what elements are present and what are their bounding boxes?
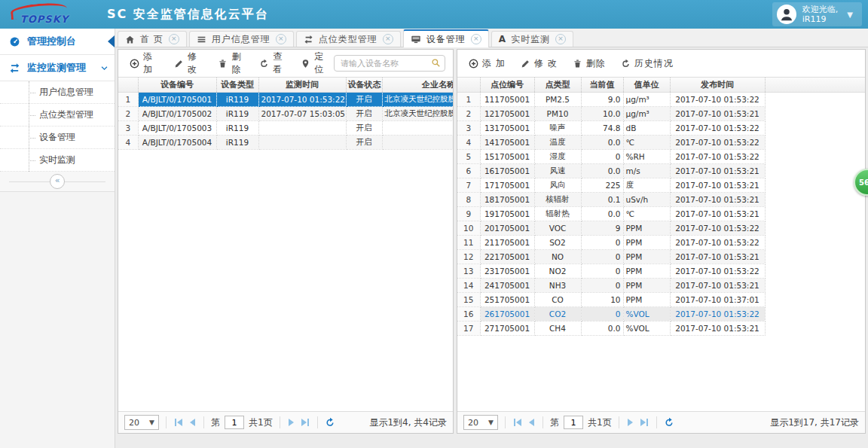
tab-device-mgmt[interactable]: 设备管理× xyxy=(403,29,489,47)
table-row[interactable]: 3A/BJLT/0/1705003iR119开启 xyxy=(118,121,453,136)
sidebar-collapse[interactable]: « xyxy=(0,172,115,192)
page-size-select[interactable]: 20▼ xyxy=(124,415,159,430)
table-row[interactable]: 12221705001NO0PPM2017-07-10 01:53:21 xyxy=(457,250,765,264)
search-icon[interactable] xyxy=(431,58,441,68)
table-row[interactable]: 2A/BJLT/0/1705002iR1192017-07-07 15:03:0… xyxy=(118,107,453,121)
next-page-button[interactable] xyxy=(626,417,634,428)
sidebar-item-point-type[interactable]: 点位类型管理 xyxy=(0,104,115,126)
column-header[interactable]: 设备状态 xyxy=(346,78,382,93)
page-number-input[interactable] xyxy=(225,416,244,429)
column-header[interactable]: 企业名称 xyxy=(382,78,453,93)
prev-page-button[interactable] xyxy=(527,417,536,428)
table-row[interactable]: 4A/BJLT/0/1705004iR119开启 xyxy=(118,136,453,150)
table-cell: PM2.5 xyxy=(534,93,581,107)
edit-button[interactable]: 修 改 xyxy=(514,54,564,73)
column-header[interactable]: 设备编号 xyxy=(138,78,216,93)
table-row[interactable]: 1A/BJLT/0/1705001iR1192017-07-10 01:53:2… xyxy=(118,93,453,107)
table-cell: 0 xyxy=(581,250,623,264)
column-header[interactable]: 当前值 xyxy=(581,78,623,93)
table-row[interactable]: 16261705001CO20%VOL2017-07-10 01:53:22 xyxy=(457,307,765,322)
tab-point-type-mgmt[interactable]: 点位类型管理× xyxy=(296,31,401,47)
device-search xyxy=(334,55,445,72)
table-row[interactable]: 17271705001CH40.0%VOL2017-07-10 01:53:21 xyxy=(457,322,765,336)
first-page-button[interactable] xyxy=(173,417,184,428)
sidebar-item-user-info[interactable]: 用户信息管理 xyxy=(0,81,115,104)
first-page-button[interactable] xyxy=(512,417,523,428)
table-cell: 辐射热 xyxy=(534,207,581,221)
prev-page-button[interactable] xyxy=(188,417,197,428)
table-cell: NH3 xyxy=(534,279,581,293)
table-cell: 风向 xyxy=(534,178,581,193)
sidebar-item-realtime[interactable]: 实时监测 xyxy=(0,149,115,172)
history-button[interactable]: 历史情况 xyxy=(614,54,680,73)
table-cell: uSv/h xyxy=(623,193,670,207)
table-row[interactable]: 15251705001CO10PPM2017-07-10 01:37:01 xyxy=(457,293,765,307)
last-page-button[interactable] xyxy=(300,417,310,428)
table-row[interactable]: 7171705001风向225度2017-07-10 01:53:21 xyxy=(457,178,765,193)
button-label: 添 加 xyxy=(143,50,159,76)
column-header[interactable]: 发布时间 xyxy=(670,78,765,93)
button-label: 查看 xyxy=(273,50,286,76)
delete-button[interactable]: 删除 xyxy=(211,49,251,79)
table-row[interactable]: 6161705001风速0.0m/s2017-07-10 01:53:21 xyxy=(457,164,765,178)
badge-value: 56 xyxy=(859,178,868,187)
table-row[interactable]: 14241705001NH30PPM2017-07-10 01:53:21 xyxy=(457,279,765,293)
tab-user-info-mgmt[interactable]: 用户信息管理× xyxy=(189,31,294,47)
column-header[interactable]: 设备类型 xyxy=(216,78,258,93)
table-row[interactable]: 1111705001PM2.59.0μg/m³2017-07-10 01:53:… xyxy=(457,93,765,107)
delete-button[interactable]: 删除 xyxy=(566,54,613,73)
tab-close-icon[interactable]: × xyxy=(169,34,179,44)
table-cell: 0.0 xyxy=(581,136,623,150)
table-header-row: 点位编号点类型当前值值单位发布时间 xyxy=(457,78,765,93)
table-row[interactable]: 11211705001SO20PPM2017-07-10 01:53:22 xyxy=(457,236,765,250)
tab-home[interactable]: 首 页× xyxy=(118,31,187,47)
table-cell: A/BJLT/0/1705003 xyxy=(138,121,216,136)
table-cell: 0.0 xyxy=(581,322,623,336)
table-cell: 2017-07-10 01:53:22 xyxy=(670,150,765,164)
tab-close-icon[interactable]: × xyxy=(471,34,481,44)
user-menu[interactable]: 欢迎光临,iR119 ▼ xyxy=(772,2,862,26)
table-cell: 241705001 xyxy=(480,279,534,293)
refresh-icon[interactable] xyxy=(664,417,674,428)
tab-realtime-monitor[interactable]: A实时监测× xyxy=(491,31,573,47)
tab-close-icon[interactable]: × xyxy=(555,34,566,44)
next-page-button[interactable] xyxy=(287,417,295,428)
tab-close-icon[interactable]: × xyxy=(276,34,286,44)
topsky-logo: TOPSKY xyxy=(0,0,89,29)
add-button[interactable]: 添 加 xyxy=(462,54,512,73)
table-row[interactable]: 2121705001PM1010.0μg/m³2017-07-10 01:53:… xyxy=(457,107,765,121)
sidebar-item-device[interactable]: 设备管理 xyxy=(0,126,115,149)
tab-close-icon[interactable]: × xyxy=(383,34,393,44)
view-button[interactable]: 查看 xyxy=(252,49,292,79)
column-header[interactable]: 监测时间 xyxy=(258,78,346,93)
column-header[interactable]: 点位编号 xyxy=(480,78,534,93)
font-a-icon: A xyxy=(499,34,506,44)
caret-down-icon: ▼ xyxy=(149,419,154,426)
table-row[interactable]: 10201705001VOC9PPM2017-07-10 01:53:22 xyxy=(457,221,765,236)
locate-button[interactable]: 定位 xyxy=(294,49,334,79)
last-page-button[interactable] xyxy=(639,417,649,428)
table-row[interactable]: 9191705001辐射热0.0℃2017-07-10 01:53:21 xyxy=(457,207,765,221)
page-size-select[interactable]: 20▼ xyxy=(463,415,498,430)
column-header[interactable]: 值单位 xyxy=(623,78,670,93)
table-row[interactable]: 4141705001温度0.0℃2017-07-10 01:53:22 xyxy=(457,136,765,150)
sidebar-item-monitor-group[interactable]: 监控监测管理 xyxy=(0,55,115,81)
view-icon xyxy=(259,59,269,69)
refresh-icon[interactable] xyxy=(325,417,335,428)
table-row[interactable]: 8181705001核辐射0.1uSv/h2017-07-10 01:53:21 xyxy=(457,193,765,207)
edit-button[interactable]: 修 改 xyxy=(167,49,210,79)
page-number-input[interactable] xyxy=(564,416,583,429)
table-cell: 2017-07-10 01:53:22 xyxy=(258,93,346,107)
column-header[interactable]: 点类型 xyxy=(534,78,581,93)
table-cell: 开启 xyxy=(346,121,382,136)
add-button[interactable]: 添 加 xyxy=(123,49,166,79)
table-row[interactable]: 5151705001湿度0%RH2017-07-10 01:53:22 xyxy=(457,150,765,164)
table-cell: %RH xyxy=(623,150,670,164)
row-number: 15 xyxy=(457,293,480,307)
table-row[interactable]: 3131705001噪声74.8dB2017-07-10 01:53:22 xyxy=(457,121,765,136)
table-cell: 温度 xyxy=(534,136,581,150)
sidebar-item-console[interactable]: 管理控制台 xyxy=(0,29,115,55)
row-number: 16 xyxy=(457,307,480,322)
table-row[interactable]: 13231705001NO20PPM2017-07-10 01:53:22 xyxy=(457,264,765,279)
search-input[interactable] xyxy=(334,55,445,72)
